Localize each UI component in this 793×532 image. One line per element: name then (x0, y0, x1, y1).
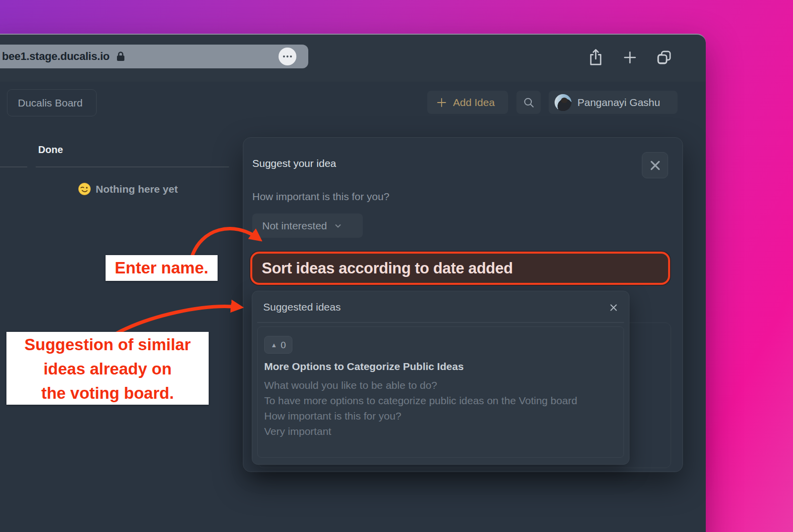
empty-state: Nothing here yet (78, 182, 178, 196)
new-tab-plus-icon[interactable] (622, 50, 638, 65)
column-divider (36, 166, 229, 167)
suggested-idea-body-line: What would you like to be able to do? (264, 377, 609, 393)
idea-name-value: Sort ideas according to date added (262, 260, 513, 277)
suggested-idea-body-line: Very important (264, 424, 609, 439)
url-more-options-icon[interactable] (279, 48, 296, 65)
divider (257, 322, 624, 323)
desktop-background: bee1.stage.ducalis.io (0, 0, 793, 532)
search-icon (522, 96, 535, 109)
tab-overview-icon[interactable] (656, 49, 673, 66)
suggested-idea-body-line: How important is this for you? (264, 408, 609, 424)
board-name-label: Ducalis Board (18, 97, 83, 109)
plus-icon (436, 97, 448, 108)
empty-state-label: Nothing here yet (96, 183, 178, 195)
importance-question-label: How important is this for you? (252, 191, 390, 203)
user-menu-button[interactable]: Panganayi Gashu (549, 91, 678, 114)
user-name-label: Panganayi Gashu (577, 97, 660, 108)
share-icon[interactable] (587, 48, 604, 67)
suggested-idea-body: What would you like to be able to do? To… (264, 377, 609, 439)
suggested-ideas-title: Suggested ideas (263, 301, 340, 313)
vote-badge[interactable]: ▲ 0 (264, 336, 292, 354)
lock-icon (115, 51, 126, 62)
annotation-similar-line: Suggestion of similar (6, 332, 209, 357)
annotation-similar-line: the voting board. (6, 381, 209, 405)
close-icon (608, 302, 619, 313)
annotation-enter-name: Enter name. (106, 255, 218, 281)
winking-face-emoji (78, 182, 91, 196)
add-idea-button[interactable]: Add Idea (427, 91, 508, 114)
upvote-triangle-icon: ▲ (271, 342, 277, 348)
user-avatar (555, 94, 571, 111)
modal-close-button[interactable] (642, 152, 668, 178)
importance-dropdown[interactable]: Not interested (252, 213, 363, 238)
annotation-similar-ideas: Suggestion of similar ideas already on t… (6, 332, 209, 405)
suggested-idea-title: More Options to Categorize Public Ideas (264, 361, 611, 372)
modal-title: Suggest your idea (252, 158, 336, 169)
suggested-idea-body-line: To have more options to categorize publi… (264, 393, 609, 408)
add-idea-label: Add Idea (453, 97, 495, 108)
importance-dropdown-value: Not interested (262, 220, 327, 232)
close-icon (649, 159, 662, 172)
board-name-button[interactable]: Ducalis Board (7, 89, 97, 116)
browser-toolbar (587, 47, 686, 68)
column-title-done: Done (38, 144, 63, 156)
annotation-similar-line: ideas already on (6, 357, 209, 381)
suggested-ideas-panel: Suggested ideas ▲ 0 More Options to Cate… (252, 291, 629, 465)
idea-name-input[interactable]: Sort ideas according to date added (250, 252, 670, 285)
vote-count: 0 (281, 340, 286, 350)
url-bar[interactable]: bee1.stage.ducalis.io (0, 45, 308, 68)
chevron-down-icon (334, 222, 342, 230)
search-button[interactable] (516, 91, 541, 114)
column-divider (0, 166, 27, 167)
suggested-ideas-close-button[interactable] (608, 302, 620, 314)
suggested-idea-card[interactable]: ▲ 0 More Options to Categorize Public Id… (257, 326, 624, 458)
url-text: bee1.stage.ducalis.io (2, 50, 110, 63)
